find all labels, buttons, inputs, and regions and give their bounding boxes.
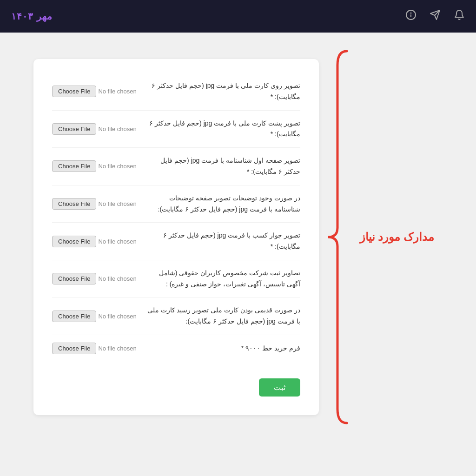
form-row: تصویر جواز کسب با فرمت jpg (حجم فایل حدک…	[52, 223, 300, 260]
navbar: مهر ۱۴۰۳	[0, 0, 476, 33]
row-label: فرم خرید خط ۹۰۰۰ *	[144, 343, 300, 354]
no-file-text: No file chosen	[98, 238, 136, 245]
no-file-text: No file chosen	[98, 88, 136, 95]
choose-file-button-2[interactable]: Choose File	[52, 123, 96, 135]
navbar-date: مهر ۱۴۰۳	[11, 11, 53, 22]
submit-button[interactable]: ثبت	[259, 378, 300, 397]
row-label: تصویر روی کارت ملی با فرمت jpg (حجم فایل…	[144, 80, 300, 103]
choose-file-button-3[interactable]: Choose File	[52, 160, 96, 172]
file-input-wrapper: No file chosen Choose File	[52, 236, 137, 247]
row-label: تصاویر ثبت شرکت مخصوص کاربران حقوقی (شام…	[144, 268, 300, 290]
no-file-text: No file chosen	[98, 345, 136, 352]
form-card: تصویر روی کارت ملی با فرمت jpg (حجم فایل…	[33, 59, 319, 415]
choose-file-button-6[interactable]: Choose File	[52, 273, 96, 284]
no-file-text: No file chosen	[98, 200, 136, 207]
file-input-wrapper: No file chosen Choose File	[52, 123, 137, 135]
form-row: فرم خرید خط ۹۰۰۰ * No file chosen Choose…	[52, 335, 300, 362]
form-row: در صورت وجود توضیحات تصویر صفحه توضیحات …	[52, 185, 300, 223]
navbar-icons	[405, 9, 465, 23]
main-content: مدارک مورد نیاز تصویر روی کارت ملی با فر…	[0, 33, 476, 476]
info-icon[interactable]	[405, 9, 416, 23]
section-title: مدارک مورد نیاز	[360, 231, 434, 244]
no-file-text: No file chosen	[98, 126, 136, 132]
curly-brace	[319, 46, 356, 428]
file-input-wrapper: No file chosen Choose File	[52, 273, 137, 284]
choose-file-button-5[interactable]: Choose File	[52, 236, 96, 247]
no-file-text: No file chosen	[98, 163, 136, 170]
form-rows: تصویر روی کارت ملی با فرمت jpg (حجم فایل…	[52, 73, 300, 362]
row-label: در صورت وجود توضیحات تصویر صفحه توضیحات …	[144, 193, 300, 215]
form-row: تصویر پشت کارت ملی با فرمت jpg (حجم فایل…	[52, 111, 300, 148]
no-file-text: No file chosen	[98, 275, 136, 282]
choose-file-button-1[interactable]: Choose File	[52, 86, 96, 97]
choose-file-button-8[interactable]: Choose File	[52, 343, 96, 354]
row-label: تصویر پشت کارت ملی با فرمت jpg (حجم فایل…	[144, 118, 300, 140]
form-row: تصویر صفحه اول شناسنامه با فرمت jpg (حجم…	[52, 148, 300, 185]
section-label-area: مدارک مورد نیاز	[360, 231, 434, 244]
file-input-wrapper: No file chosen Choose File	[52, 160, 137, 172]
row-label: در صورت قدیمی بودن کارت ملی تصویر رسید ک…	[144, 305, 300, 327]
form-row: تصاویر ثبت شرکت مخصوص کاربران حقوقی (شام…	[52, 260, 300, 298]
form-row: در صورت قدیمی بودن کارت ملی تصویر رسید ک…	[52, 298, 300, 335]
send-icon[interactable]	[430, 9, 441, 23]
form-row: تصویر روی کارت ملی با فرمت jpg (حجم فایل…	[52, 73, 300, 111]
row-label: تصویر جواز کسب با فرمت jpg (حجم فایل حدک…	[144, 230, 300, 252]
choose-file-button-4[interactable]: Choose File	[52, 198, 96, 210]
file-input-wrapper: No file chosen Choose File	[52, 86, 137, 97]
file-input-wrapper: No file chosen Choose File	[52, 343, 137, 354]
bell-icon[interactable]	[454, 9, 465, 23]
file-input-wrapper: No file chosen Choose File	[52, 198, 137, 210]
no-file-text: No file chosen	[98, 313, 136, 320]
svg-point-5	[411, 13, 411, 13]
choose-file-button-7[interactable]: Choose File	[52, 311, 96, 322]
row-label: تصویر صفحه اول شناسنامه با فرمت jpg (حجم…	[144, 155, 300, 178]
file-input-wrapper: No file chosen Choose File	[52, 311, 137, 322]
